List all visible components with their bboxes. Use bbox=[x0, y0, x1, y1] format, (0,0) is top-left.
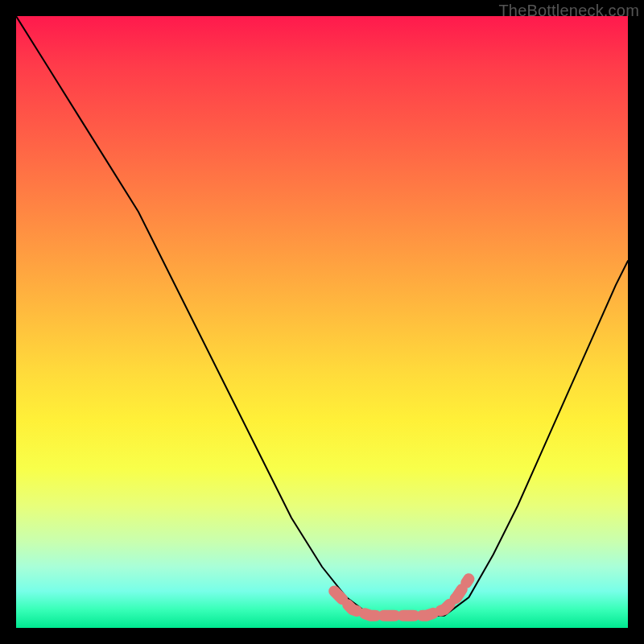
valley-highlight-path bbox=[334, 579, 469, 616]
chart-svg bbox=[16, 16, 628, 628]
chart-plot-area bbox=[16, 16, 628, 628]
curve-path bbox=[16, 16, 628, 616]
